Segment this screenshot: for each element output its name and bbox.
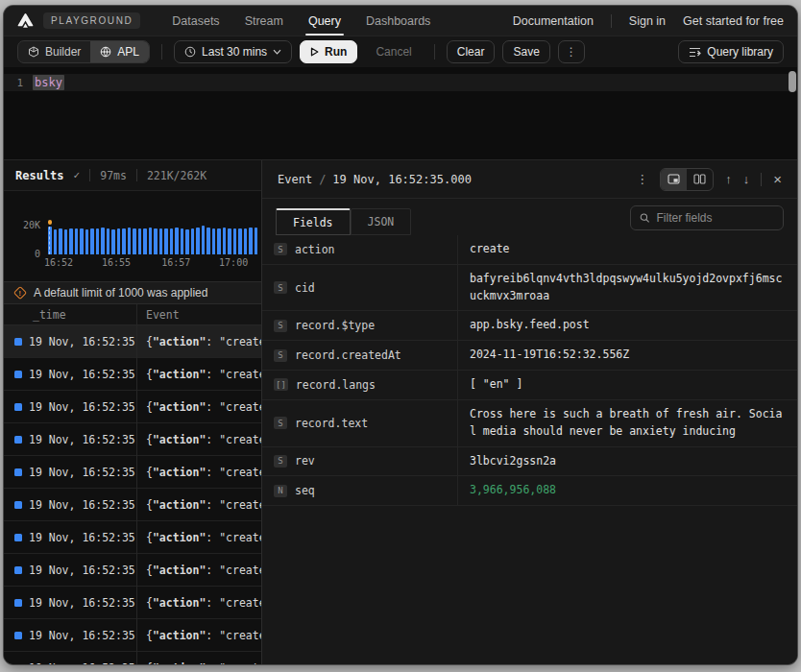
histogram-bar[interactable] [122,228,126,254]
histogram-bar[interactable] [175,228,179,254]
histogram-bar[interactable] [170,228,174,254]
table-row[interactable]: 19 Nov, 16:52:35{"action": "create", [4,619,261,652]
tab-stream[interactable]: Stream [234,6,294,36]
histogram-bars [48,204,261,254]
histogram-bar[interactable] [228,228,231,254]
histogram-bar[interactable] [154,228,158,254]
tab-fields[interactable]: Fields [276,208,351,235]
histogram-bar[interactable] [223,228,227,254]
tab-dashboards[interactable]: Dashboards [355,6,441,36]
table-row[interactable]: 19 Nov, 16:52:35{"action": "create", [4,423,261,456]
field-row[interactable]: Srecord.createdAt2024-11-19T16:52:32.556… [262,341,797,371]
histogram-bar[interactable] [238,228,242,254]
histogram-bar[interactable] [54,229,58,254]
save-button[interactable]: Save [502,40,549,63]
histogram-bar[interactable] [181,228,184,254]
histogram-bar[interactable] [244,228,248,254]
histogram-bar[interactable] [75,228,79,254]
table-row[interactable]: 19 Nov, 16:52:35{"action": "create", [4,521,261,554]
clear-button[interactable]: Clear [447,40,496,63]
get-started-link[interactable]: Get started for free [683,14,784,28]
previous-event-button[interactable]: ↑ [725,172,732,186]
histogram-bar[interactable] [196,228,200,254]
time-column-header[interactable]: _time [4,308,136,322]
histogram-bar[interactable] [133,228,136,254]
query-library-button[interactable]: Query library [678,40,784,63]
histogram-bar[interactable] [138,228,142,254]
histogram-bar[interactable] [111,229,115,254]
table-row[interactable]: 19 Nov, 16:52:35{"action": "create", [4,489,261,521]
histogram-bar[interactable] [255,228,258,254]
close-icon[interactable]: × [773,171,782,187]
run-button[interactable]: Run [300,40,357,63]
event-column-header[interactable]: Event [136,308,180,322]
breadcrumb-root[interactable]: Event [278,173,312,186]
time-range-button[interactable]: Last 30 mins [174,40,292,63]
histogram-bar[interactable] [217,228,221,254]
tab-datasets[interactable]: Datasets [161,6,230,36]
columns-layout-button[interactable] [687,169,713,190]
histogram-bar[interactable] [64,229,68,254]
row-event-preview: {"action": "create", [136,335,261,348]
field-row[interactable]: Srev3lbcvi2gssn2a [262,447,797,477]
histogram-bar[interactable] [233,228,237,254]
field-row[interactable]: []record.langs[ "en" ] [262,371,797,400]
filter-fields-input[interactable] [657,211,775,225]
row-time: 19 Nov, 16:52:35 [29,564,135,577]
histogram-bar[interactable] [185,229,189,254]
tab-query[interactable]: Query [298,6,352,36]
dock-layout-button[interactable] [661,169,687,190]
next-event-button[interactable]: ↓ [743,172,750,186]
histogram-bar[interactable] [90,228,94,254]
table-row[interactable]: 19 Nov, 16:52:35{"action": "create", [4,554,261,587]
histogram-bar[interactable] [212,228,216,254]
field-row[interactable]: Srecord.$typeapp.bsky.feed.post [262,311,797,341]
table-row[interactable]: 19 Nov, 16:52:35{"action": "create", [4,391,261,423]
more-options-button[interactable]: ⋮ [558,40,585,63]
histogram-bar[interactable] [96,228,100,254]
histogram-bar[interactable] [202,226,206,254]
documentation-link[interactable]: Documentation [513,14,594,28]
field-row[interactable]: Srecord.textCross here is such a breath … [262,400,797,447]
histogram-bar[interactable] [59,228,62,254]
field-type-badge: S [274,417,287,429]
field-row[interactable]: Nseq3,966,956,088 [262,476,797,506]
apl-mode-button[interactable]: APL [90,41,149,62]
histogram-bar[interactable] [159,228,163,254]
table-row[interactable]: 19 Nov, 16:52:35{"action": "create", [4,587,261,619]
field-row[interactable]: Scidbafyreib6lqnv4vth3ldpqswyw4ulku5yojd… [262,265,797,312]
table-row[interactable]: 19 Nov, 16:52:35{"action": "create", [4,358,261,391]
sign-in-link[interactable]: Sign in [629,14,666,28]
table-row[interactable]: 19 Nov, 16:52:35{"action": "create", [4,652,261,664]
builder-mode-button[interactable]: Builder [18,41,90,62]
mode-segmented-control: Builder APL [17,40,150,63]
row-time: 19 Nov, 16:52:35 [29,466,135,479]
histogram-bar[interactable] [80,228,84,254]
histogram-bar[interactable] [128,228,132,254]
histogram-bar[interactable] [164,228,168,254]
tab-json[interactable]: JSON [351,208,412,235]
histogram-bar[interactable] [149,228,153,254]
row-time: 19 Nov, 16:52:35 [29,596,135,610]
histogram-bar[interactable] [117,228,121,254]
field-row[interactable]: Sactioncreate [262,235,797,265]
histogram-bar[interactable] [101,228,105,254]
histogram-bar[interactable] [69,228,73,254]
builder-label: Builder [45,45,81,59]
editor-line[interactable]: 1 bsky [4,74,797,91]
axiom-logo-icon[interactable] [17,13,34,28]
histogram-bar[interactable] [107,228,110,254]
histogram-bar[interactable] [206,228,210,254]
histogram-bar[interactable] [48,227,52,254]
query-editor[interactable]: 1 bsky [4,67,797,159]
editor-scrollbar[interactable] [789,71,796,92]
table-row[interactable]: 19 Nov, 16:52:35{"action": "create", [4,456,261,489]
histogram-bar[interactable] [85,229,89,254]
histogram-bar[interactable] [191,228,195,254]
table-row[interactable]: 19 Nov, 16:52:35{"action": "create", [4,325,261,358]
panel-kebab-icon[interactable]: ⋮ [636,172,648,186]
save-label: Save [513,45,539,59]
histogram-bar[interactable] [249,228,253,254]
histogram-bar[interactable] [143,228,147,254]
cancel-button[interactable]: Cancel [365,40,422,63]
